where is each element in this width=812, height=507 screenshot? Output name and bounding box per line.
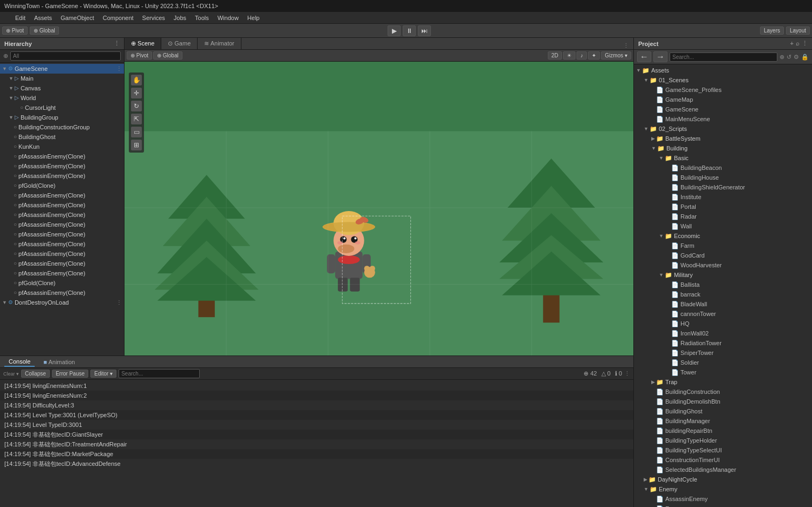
project-item-assassinenemy[interactable]: ▶ 📄AssassinEnemy <box>634 494 812 504</box>
menu-item-gameobject[interactable]: GameObject <box>56 14 99 22</box>
project-item-constructiontimerrui[interactable]: ▶ 📄ConstructionTimerUI <box>634 455 812 465</box>
menu-item-jobs[interactable]: Jobs <box>169 14 191 22</box>
hierarchy-item-canvas[interactable]: ▼ ▷Canvas <box>0 83 124 93</box>
hierarchy-item-dontdestroyonload[interactable]: ▼ ⚙DontDestroyOnLoad⋮ <box>0 298 124 307</box>
project-item-hq[interactable]: ▶ 📄HQ <box>634 319 812 328</box>
hierarchy-item-pfgold1[interactable]: ▶ ○pfGold(Clone) <box>0 181 124 190</box>
console-message-8[interactable]: [14:19:54] 非基础包tecID:AdvancedDefense <box>0 459 633 469</box>
scene-audio-btn[interactable]: ♪ <box>577 51 587 60</box>
gizmo-rect-btn[interactable]: ▭ <box>131 127 142 137</box>
project-item-barrack[interactable]: ▶ 📄barrack <box>634 289 812 299</box>
hierarchy-item-cursorlight[interactable]: ▶ ○CursorLight <box>0 103 124 113</box>
toolbar-layout-btn[interactable]: Layout <box>786 27 810 35</box>
console-message-6[interactable]: [14:19:54] 非基础包tecID:TreatmentAndRepair <box>0 439 633 449</box>
scene-pivot-btn[interactable]: ⊕ Pivot <box>127 51 152 60</box>
toolbar-pivot-btn[interactable]: ⊕ Pivot <box>2 27 28 35</box>
project-back-btn[interactable]: ← <box>637 51 651 62</box>
project-item-daynightcycle[interactable]: ▶ 📁DayNightCycle <box>634 475 812 484</box>
console-message-1[interactable]: [14:19:54] livingEnemiesNum:2 <box>0 391 633 400</box>
hierarchy-item-buildingconstructiongroup[interactable]: ▶ ○BuildingConstructionGroup <box>0 122 124 132</box>
hierarchy-item-more[interactable]: ⋮ <box>116 298 122 307</box>
project-item-02scripts[interactable]: ▼ 📁02_Scripts <box>634 124 812 134</box>
collapse-btn[interactable]: Collapse <box>21 370 50 378</box>
project-item-ballista[interactable]: ▶ 📄Ballista <box>634 280 812 289</box>
scene-fx-btn[interactable]: ✦ <box>588 51 600 60</box>
hierarchy-item-pfassassin2[interactable]: ▶ ○pfAssassinEnemy(Clone) <box>0 161 124 171</box>
project-item-wall[interactable]: ▶ 📄Wall <box>634 221 812 231</box>
gizmo-scale-btn[interactable]: ⇱ <box>131 114 142 124</box>
hierarchy-item-pfassassin10[interactable]: ▶ ○pfAssassinEnemy(Clone) <box>0 249 124 259</box>
project-item-cannontower[interactable]: ▶ 📄cannonTower <box>634 309 812 319</box>
console-more-icon[interactable]: ⋮ <box>624 370 630 377</box>
tab-scene[interactable]: ⊕ Scene <box>125 38 161 49</box>
hierarchy-gamescene-more[interactable]: ⋮ <box>116 64 122 73</box>
hierarchy-item-pfgold2[interactable]: ▶ ○pfGold(Clone) <box>0 278 124 288</box>
menu-item-window[interactable]: Window <box>213 14 243 22</box>
gizmo-rotate-btn[interactable]: ↻ <box>131 101 142 111</box>
gizmo-hand-btn[interactable]: ✋ <box>131 75 142 85</box>
menu-item-help[interactable]: Help <box>243 14 264 22</box>
project-item-building_folder[interactable]: ▼ 📁Building <box>634 143 812 153</box>
project-item-buildingghost2[interactable]: ▶ 📄BuildingGhost <box>634 406 812 416</box>
error-pause-btn[interactable]: Error Pause <box>52 370 88 378</box>
hierarchy-item-buildinggroup[interactable]: ▼ ▷BuildingGroup <box>0 113 124 122</box>
project-item-assets[interactable]: ▼ 📁Assets <box>634 65 812 75</box>
hierarchy-item-pfassassin13[interactable]: ▶ ○pfAssassinEnemy(Clone) <box>0 288 124 298</box>
project-item-buildingrepairbtn[interactable]: ▶ 📄buildingRepairBtn <box>634 426 812 436</box>
menu-item-services[interactable]: Services <box>138 14 169 22</box>
project-item-farm[interactable]: ▶ 📄Farm <box>634 241 812 251</box>
project-item-buildingdemolishbtn[interactable]: ▶ 📄BuildingDemolishBtn <box>634 397 812 406</box>
project-item-buildingshieldgenerator[interactable]: ▶ 📄BuildingShieldGenerator <box>634 182 812 192</box>
console-message-7[interactable]: [14:19:54] 非基础包tecID:MarketPackage <box>0 449 633 459</box>
gizmo-all-btn[interactable]: ⊞ <box>131 140 142 150</box>
gizmo-move-btn[interactable]: ✛ <box>131 88 142 98</box>
project-item-battlesystem[interactable]: ▶ 📁BattleSystem <box>634 134 812 143</box>
menu-item-component[interactable]: Component <box>99 14 138 22</box>
project-item-bladewall[interactable]: ▶ 📄BladeWall <box>634 299 812 309</box>
hierarchy-item-pfassassin4[interactable]: ▶ ○pfAssassinEnemy(Clone) <box>0 190 124 200</box>
tab-game[interactable]: ⊙ Game <box>161 38 198 49</box>
step-button[interactable]: ⏭ <box>418 25 431 36</box>
menu-item-edit[interactable]: Edit <box>11 14 30 22</box>
console-message-5[interactable]: [14:19:54] 非基础包tecID:GiantSlayer <box>0 430 633 439</box>
project-item-enemy_folder[interactable]: ▼ 📁Enemy <box>634 484 812 494</box>
hierarchy-item-pfassassin8[interactable]: ▶ ○pfAssassinEnemy(Clone) <box>0 229 124 239</box>
project-item-snipertower[interactable]: ▶ 📄SniperTower <box>634 348 812 358</box>
pause-button[interactable]: ⏸ <box>403 25 416 36</box>
console-search-input[interactable] <box>119 369 200 378</box>
play-button[interactable]: ▶ <box>388 25 401 36</box>
hierarchy-item-gamescene[interactable]: ▼ ⚙GameScene⋮ <box>0 64 124 74</box>
project-add-icon[interactable]: + <box>790 40 794 47</box>
menu-item-file[interactable] <box>2 17 11 19</box>
hierarchy-item-pfassassin3[interactable]: ▶ ○pfAssassinEnemy(Clone) <box>0 171 124 181</box>
project-item-buildinghouse[interactable]: ▶ 📄BuildingHouse <box>634 173 812 182</box>
project-item-gamescene_profiles[interactable]: ▶ 📄GameScene_Profiles <box>634 85 812 95</box>
hierarchy-item-pfassassin11[interactable]: ▶ ○pfAssassinEnemy(Clone) <box>0 259 124 268</box>
hierarchy-item-buildingghost[interactable]: ▶ ○BuildingGhost <box>0 132 124 142</box>
project-search-input[interactable] <box>670 52 777 62</box>
project-item-portal[interactable]: ▶ 📄Portal <box>634 202 812 212</box>
hierarchy-item-pfassassin9[interactable]: ▶ ○pfAssassinEnemy(Clone) <box>0 239 124 249</box>
project-settings-icon[interactable]: ⚙ <box>794 54 799 61</box>
project-item-enemy_file[interactable]: ▶ 📄Enemy <box>634 504 812 507</box>
project-item-gamemap[interactable]: ▶ 📄GameMap <box>634 95 812 104</box>
hierarchy-search-input[interactable] <box>10 51 121 61</box>
menu-item-tools[interactable]: Tools <box>191 14 213 22</box>
scene-tab-menu[interactable]: ⋮ <box>619 42 633 49</box>
scene-light-btn[interactable]: ☀ <box>563 51 575 60</box>
project-item-01scenes[interactable]: ▼ 📁01_Scenes <box>634 75 812 85</box>
hierarchy-item-pfassassin12[interactable]: ▶ ○pfAssassinEnemy(Clone) <box>0 268 124 278</box>
project-item-godcard[interactable]: ▶ 📄GodCard <box>634 251 812 260</box>
project-more-icon[interactable]: ⋮ <box>802 40 808 47</box>
toolbar-global-btn[interactable]: ⊕ Global <box>30 27 59 35</box>
console-message-0[interactable]: [14:19:54] livingEnemiesNum:1 <box>0 381 633 391</box>
project-filter-icon[interactable]: ⊕ <box>780 54 784 61</box>
menu-item-assets[interactable]: Assets <box>30 14 56 22</box>
project-refresh-icon[interactable]: ↺ <box>787 54 791 61</box>
hierarchy-item-pfassassin6[interactable]: ▶ ○pfAssassinEnemy(Clone) <box>0 210 124 220</box>
console-tab-console[interactable]: Console <box>4 357 35 367</box>
project-item-gamescene_file[interactable]: ▶ 📄GameScene <box>634 104 812 114</box>
project-item-soldier[interactable]: ▶ 📄Soldier <box>634 358 812 367</box>
project-item-radiationtower[interactable]: ▶ 📄RadiationTower <box>634 338 812 348</box>
hierarchy-item-kunkun[interactable]: ▶ ○KunKun <box>0 142 124 152</box>
